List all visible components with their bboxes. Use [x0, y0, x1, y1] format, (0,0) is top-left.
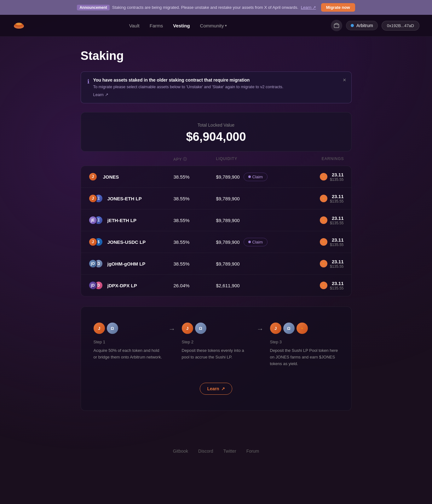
step-icon-3: 🔸 — [297, 323, 308, 334]
earnings-cell: 🔸 23.11 $135.55 — [280, 172, 344, 182]
claim-indicator — [248, 175, 251, 178]
nav-links: Vault Farms Vesting Community ▾ — [129, 23, 227, 28]
liquidity-value: $9,789,900 — [216, 218, 240, 223]
staking-row[interactable]: jE Ξ jETH-ETH LP 38.55% $9,789,900 🔸 23.… — [81, 209, 351, 231]
footer-link-discord[interactable]: Discord — [198, 449, 213, 454]
step-icon-2: Ω — [107, 323, 118, 334]
step-text: Deposit the Sushi LP Pool token here on … — [270, 347, 339, 367]
steps-grid: J Ω Step 1 Acquire 50% of each token and… — [94, 323, 339, 367]
step-number: Step 3 — [270, 340, 339, 344]
step-text: Acquire 50% of each token and hold or br… — [94, 347, 162, 361]
nav-community[interactable]: Community ▾ — [200, 23, 227, 28]
claim-button[interactable]: Claim — [244, 238, 268, 246]
learn-button[interactable]: Learn ↗ — [200, 383, 232, 395]
earnings-usd: $135.55 — [330, 221, 343, 225]
network-button[interactable]: Arbitrum — [346, 21, 378, 30]
earnings-amount: 23.11 — [330, 172, 343, 177]
earnings-cell: 🔸 23.11 $135.55 — [280, 259, 344, 269]
tlv-section: Total Locked Value $6,904,000 — [81, 112, 352, 152]
earnings-usd: $135.55 — [330, 264, 343, 269]
earnings-icon: 🔸 — [320, 195, 327, 202]
claim-button[interactable]: Claim — [244, 173, 268, 181]
tlv-value: $6,904,000 — [87, 130, 345, 144]
step-number: Step 2 — [182, 340, 251, 344]
earnings-usd: $135.55 — [330, 199, 343, 203]
step-2: J Ω Step 2 Deposit these tokens evenly i… — [182, 323, 251, 361]
step-icon-1: J — [94, 323, 105, 334]
apy-info-icon[interactable]: ⓘ — [183, 157, 187, 162]
step-number: Step 1 — [94, 340, 162, 344]
nav-vesting[interactable]: Vesting — [173, 23, 190, 28]
announcement-bar: Announcement Staking contracts are being… — [0, 0, 432, 15]
notice-title: You have assets staked in the older stak… — [93, 77, 284, 83]
wallet-address-button[interactable]: 0x192B...47aD — [382, 21, 419, 31]
asset-cell: jD D jDPX-DPX LP — [89, 280, 174, 290]
asset-name-label: jgOHM-gOHM LP — [107, 261, 146, 266]
step-icon-2: Ω — [195, 323, 206, 334]
asset-cell: jO Ω jgOHM-gOHM LP — [89, 259, 174, 269]
external-link-icon: ↗ — [105, 92, 108, 97]
announcement-learn-link[interactable]: Learn ↗ — [301, 5, 316, 10]
staking-row[interactable]: J $ JONES-USDC LP 38.55% $9,789,900 Clai… — [81, 231, 351, 253]
step-3: J Ω 🔸 Step 3 Deposit the Sushi LP Pool t… — [270, 323, 339, 367]
svg-rect-3 — [334, 24, 339, 28]
migration-notice: ℹ You have assets staked in the older st… — [81, 72, 352, 103]
earnings-amount: 23.11 — [330, 281, 343, 286]
asset-name-label: JONES-USDC LP — [107, 239, 146, 245]
apy-value: 26.04% — [174, 283, 216, 288]
liquidity-cell: $9,789,900 Claim — [216, 238, 280, 246]
nav-vault[interactable]: Vault — [129, 23, 140, 28]
earnings-usd: $135.55 — [330, 286, 343, 290]
tlv-label: Total Locked Value — [87, 123, 345, 128]
staking-row[interactable]: J JONES 38.55% $9,789,900 Claim 🔸 23.11 … — [81, 166, 351, 188]
table-headers: APY ⓘ LIQUIDITY EARNINGS — [81, 153, 352, 166]
notice-learn-link[interactable]: Learn ↗ — [93, 92, 108, 97]
earnings-amount: 23.11 — [330, 259, 343, 264]
earnings-values: 23.11 $135.55 — [330, 172, 343, 182]
logo[interactable] — [13, 19, 25, 32]
staking-row[interactable]: jD D jDPX-DPX LP 26.04% $2,611,900 🔸 23.… — [81, 275, 351, 296]
earnings-values: 23.11 $135.55 — [330, 194, 343, 203]
liquidity-cell: $9,789,900 — [216, 196, 280, 201]
step-arrow-icon: → — [251, 323, 270, 333]
th-earnings: EARNINGS — [280, 157, 344, 162]
th-asset — [88, 157, 174, 162]
notice-close-button[interactable]: × — [343, 77, 346, 83]
page-title: Staking — [81, 49, 352, 63]
th-apy: APY ⓘ — [173, 157, 216, 162]
external-link-icon: ↗ — [221, 386, 225, 391]
wallet-icon-button[interactable] — [331, 20, 342, 31]
step-icon-1: J — [182, 323, 193, 334]
liquidity-cell: $9,789,900 Claim — [216, 173, 280, 181]
announcement-message: Staking contracts are being migrated. Pl… — [112, 5, 298, 10]
staking-rows: J JONES 38.55% $9,789,900 Claim 🔸 23.11 … — [81, 166, 352, 296]
earnings-icon: 🔸 — [320, 216, 327, 224]
notice-content: You have assets staked in the older stak… — [93, 77, 284, 97]
earnings-cell: 🔸 23.11 $135.55 — [280, 215, 344, 225]
token-icon-primary: J — [89, 194, 97, 203]
migrate-now-button[interactable]: Migrate now — [321, 3, 355, 12]
earnings-icon: 🔸 — [320, 260, 327, 267]
step-icons: J Ω 🔸 — [270, 323, 339, 334]
step-text: Deposit these tokens evenly into a pool … — [182, 347, 251, 361]
staking-row[interactable]: jO Ω jgOHM-gOHM LP 38.55% $9,789,900 🔸 2… — [81, 253, 351, 275]
asset-name-label: jETH-ETH LP — [107, 218, 137, 223]
asset-name-label: jDPX-DPX LP — [107, 283, 137, 288]
nav-farms[interactable]: Farms — [150, 23, 163, 28]
liquidity-cell: $2,611,900 — [216, 283, 280, 288]
earnings-values: 23.11 $135.55 — [330, 215, 343, 225]
token-icon-primary: jO — [89, 259, 97, 268]
apy-value: 38.55% — [174, 174, 216, 180]
staking-row[interactable]: J Ξ JONES-ETH LP 38.55% $9,789,900 🔸 23.… — [81, 188, 351, 209]
chevron-down-icon: ▾ — [225, 24, 227, 28]
footer: GitbookDiscordTwitterForum — [0, 436, 432, 466]
steps-section: J Ω Step 1 Acquire 50% of each token and… — [81, 306, 352, 411]
footer-link-gitbook[interactable]: Gitbook — [173, 449, 188, 454]
token-icon-primary: jD — [89, 281, 97, 290]
liquidity-value: $2,611,900 — [216, 283, 240, 288]
footer-link-forum[interactable]: Forum — [246, 449, 259, 454]
notice-body: To migrate please select claimable asset… — [93, 84, 284, 89]
liquidity-cell: $9,789,900 — [216, 218, 280, 223]
footer-link-twitter[interactable]: Twitter — [223, 449, 236, 454]
navbar: Vault Farms Vesting Community ▾ Arbitrum… — [0, 15, 432, 37]
